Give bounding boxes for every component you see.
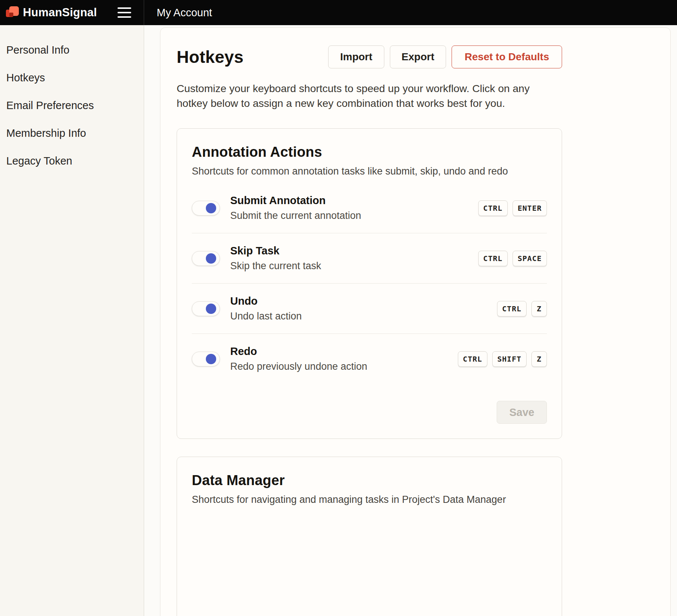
hotkey-row-submit-annotation: Submit Annotation Submit the current ann…: [192, 183, 547, 233]
hamburger-menu-icon[interactable]: [118, 7, 131, 18]
header-actions: Import Export Reset to Defaults: [328, 45, 562, 68]
key-cap[interactable]: SPACE: [513, 251, 547, 266]
key-cap[interactable]: Z: [531, 301, 547, 317]
hotkey-label: Submit Annotation: [230, 194, 478, 207]
hotkey-description: Skip the current task: [230, 260, 478, 272]
section-subtitle: Shortcuts for common annotation tasks li…: [192, 166, 547, 177]
hotkey-row-skip-task: Skip Task Skip the current task CTRL SPA…: [192, 233, 547, 283]
hotkey-description: Undo last action: [230, 311, 497, 322]
section-data-manager: Data Manager Shortcuts for navigating an…: [177, 457, 562, 616]
hotkeys-card: Hotkeys Import Export Reset to Defaults …: [160, 27, 671, 616]
hotkey-row-redo: Redo Redo previously undone action CTRL …: [192, 334, 547, 384]
brand-zone: HumanSignal: [0, 0, 144, 25]
page-description: Customize your keyboard shortcuts to spe…: [177, 81, 562, 111]
redo-toggle[interactable]: [192, 352, 220, 366]
hotkey-text: Submit Annotation Submit the current ann…: [230, 194, 478, 221]
key-cap[interactable]: CTRL: [458, 351, 487, 367]
sidebar-item-hotkeys[interactable]: Hotkeys: [6, 64, 136, 92]
key-cap[interactable]: Z: [531, 351, 547, 367]
undo-toggle[interactable]: [192, 301, 220, 316]
brand-name: HumanSignal: [23, 6, 97, 19]
hotkey-text: Redo Redo previously undone action: [230, 345, 458, 372]
hotkey-key-combo[interactable]: CTRL SPACE: [478, 251, 547, 266]
section-annotation-actions: Annotation Actions Shortcuts for common …: [177, 128, 562, 439]
humansignal-logo-icon: [6, 6, 19, 19]
page-header: Hotkeys Import Export Reset to Defaults: [177, 45, 562, 68]
sidebar-item-personal-info[interactable]: Personal Info: [6, 36, 136, 64]
hotkey-row-undo: Undo Undo last action CTRL Z: [192, 283, 547, 334]
export-button[interactable]: Export: [390, 45, 446, 68]
section-title: Annotation Actions: [192, 144, 547, 160]
key-cap[interactable]: CTRL: [497, 301, 527, 317]
brand[interactable]: HumanSignal: [6, 6, 97, 19]
save-row: Save: [192, 401, 547, 424]
skip-task-toggle[interactable]: [192, 251, 220, 266]
hotkey-key-combo[interactable]: CTRL Z: [497, 301, 547, 317]
save-button[interactable]: Save: [497, 401, 547, 424]
hotkey-key-combo[interactable]: CTRL SHIFT Z: [458, 351, 547, 367]
hotkey-text: Undo Undo last action: [230, 295, 497, 322]
main-area: Hotkeys Import Export Reset to Defaults …: [144, 25, 677, 616]
hotkey-label: Redo: [230, 345, 458, 358]
submit-annotation-toggle[interactable]: [192, 201, 220, 216]
key-cap[interactable]: CTRL: [478, 251, 508, 266]
section-subtitle: Shortcuts for navigating and managing ta…: [192, 494, 547, 505]
hotkey-key-combo[interactable]: CTRL ENTER: [478, 200, 547, 216]
hotkey-rows: Submit Annotation Submit the current ann…: [192, 183, 547, 384]
hotkey-description: Redo previously undone action: [230, 361, 458, 372]
key-cap[interactable]: SHIFT: [492, 351, 527, 367]
key-cap[interactable]: CTRL: [478, 200, 508, 216]
hotkey-label: Undo: [230, 295, 497, 307]
sidebar: Personal Info Hotkeys Email Preferences …: [0, 25, 144, 616]
topbar: HumanSignal My Account: [0, 0, 677, 25]
sidebar-item-membership-info[interactable]: Membership Info: [6, 119, 136, 147]
toggle-knob: [206, 253, 216, 264]
hotkey-description: Submit the current annotation: [230, 210, 478, 221]
toggle-knob: [206, 304, 216, 314]
toggle-knob: [206, 203, 216, 213]
reset-to-defaults-button[interactable]: Reset to Defaults: [452, 45, 562, 68]
hotkey-label: Skip Task: [230, 245, 478, 257]
sidebar-item-legacy-token[interactable]: Legacy Token: [6, 147, 136, 175]
section-title: Data Manager: [192, 473, 547, 488]
topbar-page-title: My Account: [144, 0, 212, 25]
hotkey-text: Skip Task Skip the current task: [230, 245, 478, 272]
key-cap[interactable]: ENTER: [513, 200, 547, 216]
page-title: Hotkeys: [177, 47, 244, 67]
sidebar-item-email-preferences[interactable]: Email Preferences: [6, 92, 136, 119]
import-button[interactable]: Import: [328, 45, 384, 68]
toggle-knob: [206, 354, 216, 364]
